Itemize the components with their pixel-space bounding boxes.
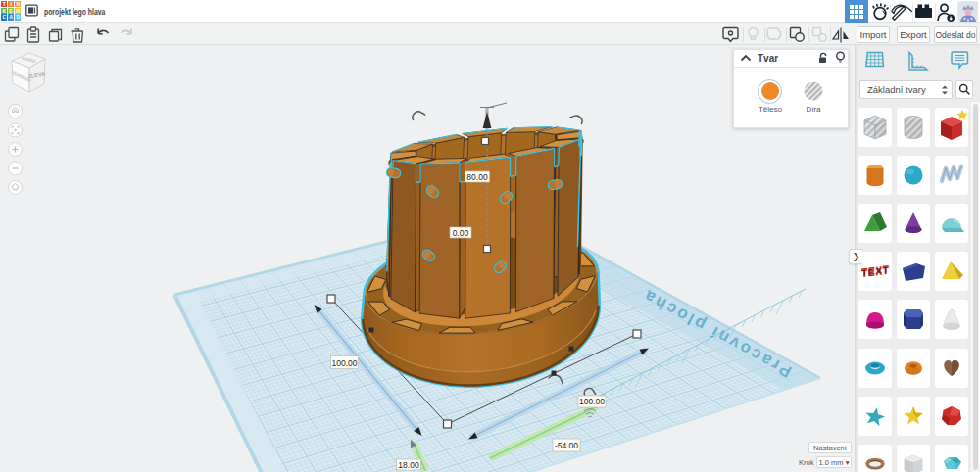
svg-text:80.00: 80.00	[466, 172, 488, 182]
svg-text:TEXT: TEXT	[861, 264, 890, 279]
svg-text:0.00: 0.00	[453, 228, 469, 238]
svg-text:-54.00: -54.00	[555, 441, 578, 450]
svg-text:18.00: 18.00	[398, 460, 419, 470]
svg-text:100.00: 100.00	[332, 358, 358, 368]
svg-text:100.00: 100.00	[579, 397, 605, 406]
